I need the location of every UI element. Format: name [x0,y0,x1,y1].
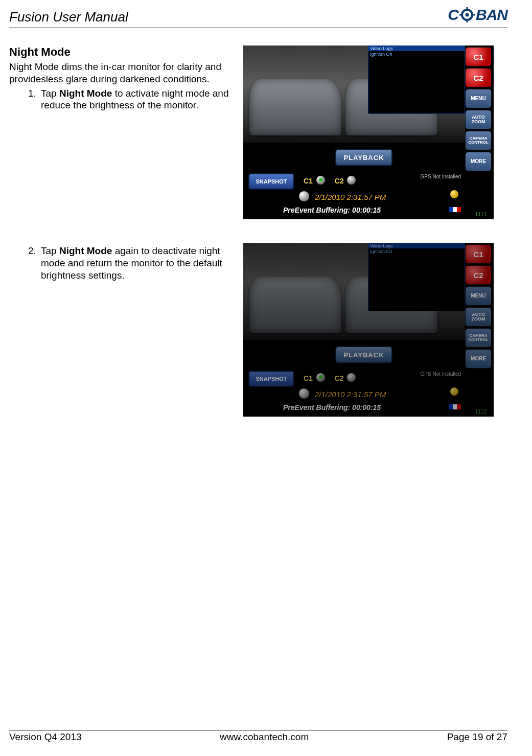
camera-control-button[interactable]: CAMERA CONTROL [465,131,492,150]
c1-radio[interactable] [316,373,326,382]
timestamp: 2/1/2010 2:31:57 PM [315,193,386,201]
c2-label: C2 [335,177,344,185]
page-footer: Version Q4 2013 www.cobantech.com Page 1… [9,730,507,743]
video-log-panel: Video Logs Ignition On [368,45,465,114]
footer-url: www.cobantech.com [220,731,309,743]
counter: 1111 [475,212,487,217]
car-graphic [249,277,341,333]
auto-zoom-button[interactable]: AUTO ZOOM [465,307,492,327]
mic-icon [298,191,310,202]
c1-button[interactable]: C1 [465,244,492,264]
step-1-bold: Night Mode [59,88,112,99]
menu-button[interactable]: MENU [465,89,492,108]
playback-button[interactable]: PLAYBACK [335,149,392,166]
counter: 1112 [475,409,487,415]
c2-button[interactable]: C2 [465,68,492,87]
auto-zoom-button[interactable]: AUTO ZOOM [465,110,492,129]
page-header: Fusion User Manual C BAN [9,9,507,28]
menu-button[interactable]: MENU [465,286,492,306]
snapshot-button[interactable]: SNAPSHOT [248,173,294,190]
camera-row: C1 C2 [304,373,363,382]
log-header: Video Logs [368,46,465,51]
car-graphic [249,79,341,135]
gps-status: GPS Not Installed [421,372,461,377]
section-intro: Night Mode dims the in-car monitor for c… [9,61,229,85]
buffer-text: PreEvent Buffering: 00:00:15 [283,206,381,214]
video-log-panel: Video Logs Ignition On [368,243,465,311]
camera-control-button[interactable]: CAMERA CONTROL [465,328,492,348]
mic-icon [298,388,310,399]
buffer-text: PreEvent Buffering: 00:00:15 [283,403,381,411]
flag-icon [449,402,461,407]
gps-status: GPS Not Installed [421,174,461,180]
more-button[interactable]: MORE [465,152,492,171]
log-header: Video Logs [368,243,465,248]
c1-button[interactable]: C1 [465,47,492,66]
step-2-bold: Night Mode [59,245,112,256]
target-icon [459,7,475,22]
key-icon [450,190,459,199]
camera-row: C1 C2 [304,175,363,185]
logo-text-left: C [448,6,458,24]
logo-text-right: BAN [476,6,507,24]
snapshot-button[interactable]: SNAPSHOT [248,371,294,387]
page-number: Page 19 of 27 [447,731,507,743]
screenshot-2: Video Logs Ignition On C1 C2 MENU AUTO Z… [243,243,494,417]
c2-button[interactable]: C2 [465,265,492,285]
flag-icon [449,205,461,210]
log-line: Ignition On [370,249,463,254]
coban-logo: C BAN [448,6,507,24]
playback-button[interactable]: PLAYBACK [335,346,392,363]
step-2-pre: Tap [41,245,59,256]
step-1-pre: Tap [41,88,59,99]
step-1: Tap Night Mode to activate night mode an… [39,87,234,112]
c2-radio[interactable] [346,175,356,185]
section-title: Night Mode [9,45,234,59]
key-icon [450,387,459,396]
doc-title: Fusion User Manual [9,9,128,25]
svg-point-1 [466,13,469,17]
version-text: Version Q4 2013 [9,731,82,743]
c1-radio[interactable] [316,175,326,185]
step-2: Tap Night Mode again to deactivate night… [39,245,234,281]
c1-label: C1 [304,374,313,382]
more-button[interactable]: MORE [465,349,492,369]
log-line: Ignition On [370,52,463,57]
c2-label: C2 [335,374,344,382]
timestamp: 2/1/2010 2:31:57 PM [315,390,386,399]
screenshot-1: Video Logs Ignition On C1 C2 MENU AUTO Z… [243,45,494,219]
c1-label: C1 [304,177,313,185]
c2-radio[interactable] [346,373,356,382]
